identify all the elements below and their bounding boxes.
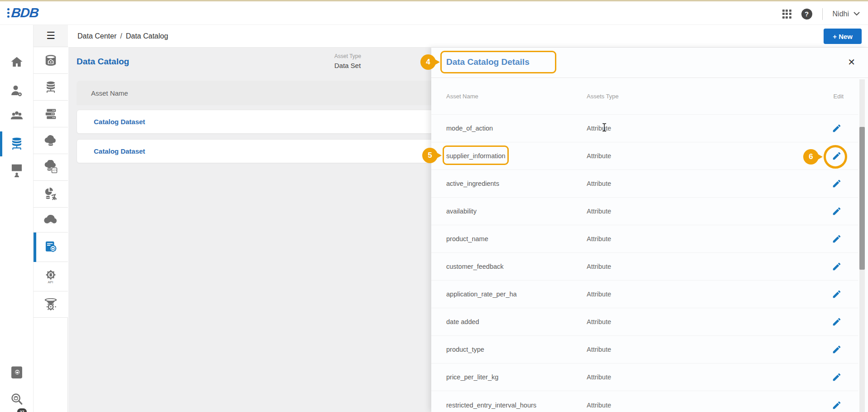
servers-icon xyxy=(44,107,58,121)
breadcrumb: Data Center / Data Catalog xyxy=(77,25,168,48)
chevron-down-icon xyxy=(854,12,860,16)
header-divider xyxy=(822,8,823,20)
panel-column-headers: Asset Name Assets Type Edit xyxy=(431,93,858,104)
svg-text:</>: </> xyxy=(53,169,57,172)
book-search-icon xyxy=(10,365,24,381)
sidebar-item-data-center[interactable] xyxy=(0,131,33,156)
breadcrumb-data-center[interactable]: Data Center xyxy=(77,32,116,40)
breadcrumb-separator: / xyxy=(120,32,122,40)
user-menu[interactable]: Nidhi xyxy=(833,10,860,18)
attribute-type: Attribute xyxy=(587,152,611,160)
annotation-step-4: 4 xyxy=(420,54,436,70)
user-gear-icon xyxy=(10,84,24,97)
sidebar2-item-cloud[interactable] xyxy=(34,208,68,233)
column-asset-name: Asset Name xyxy=(446,93,478,100)
top-bar: BDB ? Nidhi xyxy=(0,0,868,25)
attribute-name: availability xyxy=(446,208,477,215)
sidebar-item-user-groups[interactable] xyxy=(0,103,33,128)
presentation-user-icon xyxy=(10,163,24,177)
scrollbar-thumb[interactable] xyxy=(859,127,865,270)
table-row: restricted_entry_interval_hours Attribut… xyxy=(431,391,858,412)
attribute-type: Attribute xyxy=(587,125,611,132)
sidebar-item-user-settings[interactable] xyxy=(0,78,33,103)
sidebar2-item-servers[interactable] xyxy=(34,101,68,127)
sidebar-item-home[interactable] xyxy=(0,49,33,75)
annotation-highlight-panel-title xyxy=(440,51,556,73)
attribute-name: product_name xyxy=(446,235,488,242)
sidebar2-item-data-transform[interactable] xyxy=(34,181,68,208)
attribute-type: Attribute xyxy=(587,208,611,215)
sidebar-item-data-dictionary-search[interactable] xyxy=(0,360,33,386)
table-row: price_per_liter_kg Attribute xyxy=(431,364,858,391)
sidebar-item-data-search[interactable] xyxy=(0,386,33,412)
table-row: mode_of_action Attribute xyxy=(431,115,858,142)
svg-text:API: API xyxy=(48,280,53,284)
menu-toggle[interactable]: ☰ xyxy=(34,25,68,47)
dataset-link[interactable]: Catalog Dataset xyxy=(94,118,145,126)
edit-pencil-icon[interactable] xyxy=(832,400,842,410)
sidebar-item-data-presentation[interactable] xyxy=(0,157,33,183)
sidebar2-item-api-services[interactable]: API xyxy=(34,262,68,291)
panel-scrollbar[interactable] xyxy=(859,79,865,412)
edit-pencil-icon[interactable] xyxy=(832,289,842,299)
sidebar2-item-data-catalog[interactable] xyxy=(34,233,68,262)
table-row: customer_feedback Attribute xyxy=(431,253,858,281)
apps-grid-icon[interactable] xyxy=(782,10,791,19)
attribute-name: active_ingredients xyxy=(446,180,499,187)
table-row: product_name Attribute xyxy=(431,225,858,253)
user-name: Nidhi xyxy=(833,10,849,18)
text-cursor xyxy=(602,123,607,132)
table-row: active_ingredients Attribute xyxy=(431,170,858,198)
attribute-type: Attribute xyxy=(587,180,611,187)
attribute-type: Attribute xyxy=(587,318,611,325)
column-assets-type: Assets Type xyxy=(587,93,619,100)
secondary-sidebar: ☰ xyxy=(33,25,68,412)
annotation-ring-edit-icon xyxy=(824,145,847,169)
asset-type-value: Data Set xyxy=(334,62,361,69)
dataset-link[interactable]: Catalog Dataset xyxy=(94,147,145,155)
table-row: availability Attribute xyxy=(431,198,858,225)
attribute-name: customer_feedback xyxy=(446,263,504,270)
attribute-name: product_type xyxy=(446,346,484,353)
data-pipeline-icon xyxy=(43,297,58,312)
api-gear-icon: API xyxy=(43,269,58,284)
breadcrumb-bar: Data Center / Data Catalog + New xyxy=(68,25,868,48)
attribute-type: Attribute xyxy=(587,402,611,409)
breadcrumb-data-catalog[interactable]: Data Catalog xyxy=(126,32,168,40)
edit-pencil-icon[interactable] xyxy=(832,317,842,327)
data-transform-icon xyxy=(43,187,58,201)
notification-badge: 27 xyxy=(17,408,27,412)
sidebar2-item-data-warehouse[interactable] xyxy=(34,47,68,74)
edit-pencil-icon[interactable] xyxy=(832,206,842,216)
cloud-icon xyxy=(43,213,58,226)
edit-pencil-icon[interactable] xyxy=(832,234,842,244)
help-icon[interactable]: ? xyxy=(801,9,812,19)
users-group-icon xyxy=(10,109,24,122)
logo-text: BDB xyxy=(10,5,39,20)
close-icon[interactable]: ✕ xyxy=(848,57,855,68)
cloud-database-icon xyxy=(43,134,58,147)
attribute-name: application_rate_per_ha xyxy=(446,291,517,298)
bdb-logo[interactable]: BDB xyxy=(7,5,39,20)
sidebar2-item-data-pipeline[interactable] xyxy=(34,291,68,318)
edit-pencil-icon[interactable] xyxy=(832,123,842,133)
active-item-indicator xyxy=(34,233,36,262)
data-warehouse-icon xyxy=(44,53,58,67)
table-row: application_rate_per_ha Attribute xyxy=(431,281,858,308)
attribute-type: Attribute xyxy=(587,346,611,353)
edit-pencil-icon[interactable] xyxy=(832,179,842,189)
new-button[interactable]: + New xyxy=(824,29,862,44)
attribute-type: Attribute xyxy=(587,263,611,270)
edit-pencil-icon[interactable] xyxy=(832,372,842,382)
home-icon xyxy=(10,55,24,69)
attribute-name: date added xyxy=(446,318,479,325)
column-edit: Edit xyxy=(834,93,844,100)
attribute-type: Attribute xyxy=(587,291,611,298)
sidebar2-item-database[interactable] xyxy=(34,74,68,101)
sidebar2-item-cloud-data-code[interactable]: </> xyxy=(34,154,68,181)
edit-pencil-icon[interactable] xyxy=(832,262,842,271)
logo-dots-decoration xyxy=(7,8,10,18)
edit-pencil-icon[interactable] xyxy=(832,344,842,354)
page-title: Data Catalog xyxy=(77,57,129,67)
sidebar2-item-cloud-database[interactable] xyxy=(34,127,68,154)
